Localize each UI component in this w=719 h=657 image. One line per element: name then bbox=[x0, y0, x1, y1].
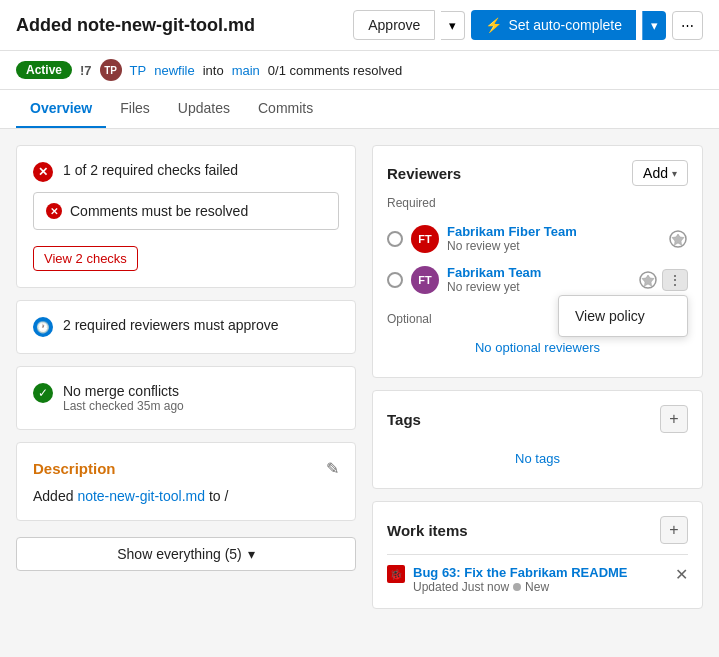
view-checks-button[interactable]: View 2 checks bbox=[33, 246, 138, 271]
top-bar-actions: Approve ▾ ⚡ Set auto-complete ▾ ⋯ bbox=[353, 10, 703, 40]
edit-icon: ✎ bbox=[326, 460, 339, 477]
tab-commits[interactable]: Commits bbox=[244, 90, 327, 128]
comments-subcard: ✕ Comments must be resolved bbox=[33, 192, 339, 230]
main-branch-link[interactable]: main bbox=[232, 63, 260, 78]
tags-header: Tags + bbox=[387, 405, 688, 433]
reviewers-title: Reviewers bbox=[387, 165, 461, 182]
reviewer-status-2: No review yet bbox=[447, 280, 630, 294]
approve-button[interactable]: Approve bbox=[353, 10, 435, 40]
x-icon-small: ✕ bbox=[46, 203, 62, 219]
add-reviewer-button[interactable]: Add ▾ bbox=[632, 160, 688, 186]
work-item-info: 🐞 Bug 63: Fix the Fabrikam README Update… bbox=[387, 565, 628, 594]
tags-title: Tags bbox=[387, 411, 421, 428]
merge-conflicts-card: ✓ No merge conflicts Last checked 35m ag… bbox=[16, 366, 356, 430]
updated-text: Updated Just now bbox=[413, 580, 509, 594]
author-link[interactable]: TP bbox=[130, 63, 147, 78]
more-icon: ⋯ bbox=[681, 18, 694, 33]
tab-updates[interactable]: Updates bbox=[164, 90, 244, 128]
check-item-failed: ✕ 1 of 2 required checks failed bbox=[33, 162, 339, 182]
merge-check-time: Last checked 35m ago bbox=[63, 399, 184, 413]
description-title: Description bbox=[33, 460, 116, 477]
show-everything-label: Show everything (5) bbox=[117, 546, 242, 562]
x-icon: ✕ bbox=[33, 162, 53, 182]
description-header: Description ✎ bbox=[33, 459, 339, 478]
more-options-button[interactable]: ⋯ bbox=[672, 11, 703, 40]
add-work-item-button[interactable]: + bbox=[660, 516, 688, 544]
right-column: Reviewers Add ▾ Required FT Fabrikam Fib… bbox=[372, 145, 703, 609]
check-icon: ✓ bbox=[33, 383, 53, 403]
reviewer-row-1: FT Fabrikam Fiber Team No review yet bbox=[387, 218, 688, 259]
work-items-header: Work items + bbox=[387, 516, 688, 544]
reviewer-status-1: No review yet bbox=[447, 239, 660, 253]
comments-resolved-text: Comments must be resolved bbox=[70, 203, 248, 219]
pr-meta: Active !7 TP TP newfile into main 0/1 co… bbox=[0, 51, 719, 90]
reviewer-icons-1 bbox=[668, 229, 688, 249]
add-caret-icon: ▾ bbox=[672, 168, 677, 179]
reviewer-avatar-2: FT bbox=[411, 266, 439, 294]
reviewers-header: Reviewers Add ▾ bbox=[387, 160, 688, 186]
add-label: Add bbox=[643, 165, 668, 181]
work-item-row: 🐞 Bug 63: Fix the Fabrikam README Update… bbox=[387, 565, 688, 594]
left-column: ✕ 1 of 2 required checks failed ✕ Commen… bbox=[16, 145, 356, 609]
pr-number: !7 bbox=[80, 63, 92, 78]
description-body: Added note-new-git-tool.md to / bbox=[33, 488, 339, 504]
status-dot bbox=[513, 583, 521, 591]
status-badge: Active bbox=[16, 61, 72, 79]
autocomplete-caret-button[interactable]: ▾ bbox=[642, 11, 666, 40]
desc-file-link[interactable]: note-new-git-tool.md bbox=[77, 488, 205, 504]
add-tag-button[interactable]: + bbox=[660, 405, 688, 433]
reviewer-badge-1 bbox=[668, 229, 688, 249]
set-autocomplete-button[interactable]: ⚡ Set auto-complete bbox=[471, 10, 636, 40]
tab-overview[interactable]: Overview bbox=[16, 90, 106, 128]
reviewer-info-2: Fabrikam Team No review yet bbox=[447, 265, 630, 294]
top-bar: Added note-new-git-tool.md Approve ▾ ⚡ S… bbox=[0, 0, 719, 51]
desc-suffix: to / bbox=[205, 488, 228, 504]
chevron-down-icon: ▾ bbox=[248, 546, 255, 562]
newfile-link[interactable]: newfile bbox=[154, 63, 194, 78]
clock-icon: 🕐 bbox=[33, 317, 53, 337]
no-tags-text: No tags bbox=[387, 443, 688, 474]
divider bbox=[387, 554, 688, 555]
comments-resolved: 0/1 comments resolved bbox=[268, 63, 402, 78]
desc-prefix: Added bbox=[33, 488, 77, 504]
reviewer-name-2: Fabrikam Team bbox=[447, 265, 630, 280]
work-item-title[interactable]: Bug 63: Fix the Fabrikam README bbox=[413, 565, 628, 580]
reviewer-radio-1 bbox=[387, 231, 403, 247]
reviewer-icons-2: ⋮ bbox=[638, 269, 688, 291]
required-label: Required bbox=[387, 196, 688, 210]
reviewer-avatar-1: FT bbox=[411, 225, 439, 253]
reviewer-radio-2 bbox=[387, 272, 403, 288]
view-policy-menu-item[interactable]: View policy bbox=[559, 300, 687, 332]
pr-title: Added note-new-git-tool.md bbox=[16, 15, 255, 36]
reviewer-info-1: Fabrikam Fiber Team No review yet bbox=[447, 224, 660, 253]
show-everything-button[interactable]: Show everything (5) ▾ bbox=[16, 537, 356, 571]
reviewers-approve-text: 2 required reviewers must approve bbox=[63, 317, 279, 333]
tabs: Overview Files Updates Commits bbox=[0, 90, 719, 129]
no-merge-text: No merge conflicts bbox=[63, 383, 184, 399]
no-merge-item: ✓ No merge conflicts Last checked 35m ag… bbox=[33, 383, 339, 413]
reviewer-badge-2 bbox=[638, 270, 658, 290]
reviewers-approve-item: 🕐 2 required reviewers must approve bbox=[33, 317, 339, 337]
description-edit-button[interactable]: ✎ bbox=[326, 459, 339, 478]
work-item-close-button[interactable]: ✕ bbox=[675, 565, 688, 584]
work-items-section: Work items + 🐞 Bug 63: Fix the Fabrikam … bbox=[372, 501, 703, 609]
into-text: into bbox=[203, 63, 224, 78]
autocomplete-icon: ⚡ bbox=[485, 17, 502, 33]
tags-section: Tags + No tags bbox=[372, 390, 703, 489]
tab-files[interactable]: Files bbox=[106, 90, 164, 128]
reviewer-kebab-button[interactable]: ⋮ bbox=[662, 269, 688, 291]
avatar: TP bbox=[100, 59, 122, 81]
reviewer-row-2: FT Fabrikam Team No review yet ⋮ bbox=[387, 259, 688, 300]
approve-caret-button[interactable]: ▾ bbox=[441, 11, 465, 40]
reviewers-approve-card: 🕐 2 required reviewers must approve bbox=[16, 300, 356, 354]
required-checks-text: 1 of 2 required checks failed bbox=[63, 162, 238, 178]
policy-icon-2 bbox=[639, 271, 657, 289]
main-content: ✕ 1 of 2 required checks failed ✕ Commen… bbox=[0, 129, 719, 625]
status-text: New bbox=[525, 580, 549, 594]
context-menu: View policy bbox=[558, 295, 688, 337]
description-card: Description ✎ Added note-new-git-tool.md… bbox=[16, 442, 356, 521]
policy-icon bbox=[669, 230, 687, 248]
bug-icon: 🐞 bbox=[387, 565, 405, 583]
reviewers-section: Reviewers Add ▾ Required FT Fabrikam Fib… bbox=[372, 145, 703, 378]
work-items-title: Work items bbox=[387, 522, 468, 539]
